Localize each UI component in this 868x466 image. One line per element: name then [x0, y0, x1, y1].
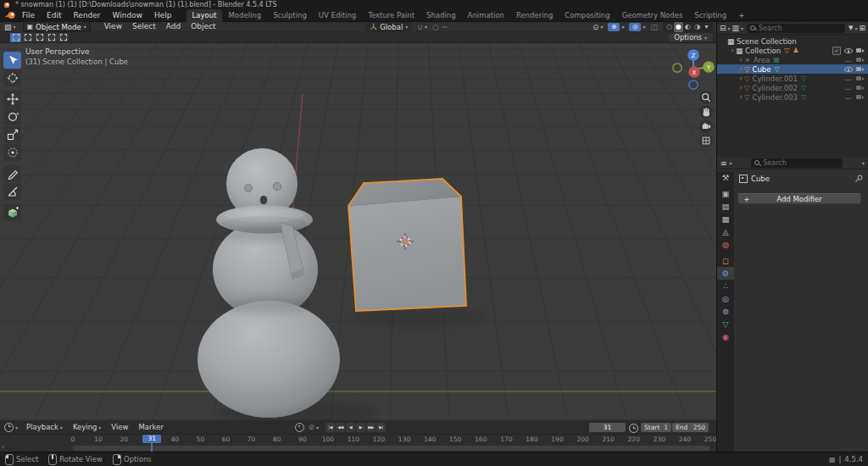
viewport-menu-object[interactable]: Object: [186, 20, 220, 33]
editor-type-icon[interactable]: ▧: [4, 23, 12, 31]
play-button[interactable]: ▶: [356, 423, 365, 432]
object-properties-tab[interactable]: ◻: [717, 254, 734, 267]
camera-icon[interactable]: [856, 65, 865, 73]
camera-icon[interactable]: [856, 56, 865, 64]
timeline-menu-view[interactable]: View: [106, 421, 133, 434]
annotate-tool-button[interactable]: [3, 165, 21, 182]
eye-closed-icon[interactable]: [844, 93, 853, 101]
previous-keyframe-button[interactable]: ◀◀: [336, 423, 345, 432]
expand-chevron-icon[interactable]: ›: [737, 65, 744, 73]
measure-tool-button[interactable]: [3, 183, 21, 200]
jump-to-start-button[interactable]: |◀: [326, 423, 335, 432]
output-properties-tab[interactable]: ▤: [717, 200, 734, 213]
workspace-tab-sculpting[interactable]: Sculpting: [267, 9, 313, 22]
expand-chevron-icon[interactable]: ›: [729, 47, 736, 54]
timeline-menu-marker[interactable]: Marker: [134, 421, 169, 434]
show-overlays-toggle[interactable]: ◎: [629, 23, 641, 31]
panel-divider[interactable]: [716, 22, 717, 452]
navigation-gizmo[interactable]: Z Y X: [671, 47, 715, 92]
pivot-point-icon[interactable]: ⊙: [593, 23, 599, 31]
world-properties-tab[interactable]: ◍: [717, 238, 734, 251]
playhead-line[interactable]: [151, 442, 153, 452]
snowman-object[interactable]: [198, 148, 340, 418]
workspace-tab-modeling[interactable]: Modeling: [222, 9, 267, 22]
workspace-tab-scripting[interactable]: Scripting: [688, 9, 732, 22]
expand-chevron-icon[interactable]: ›: [737, 75, 744, 82]
auto-keying-icon[interactable]: [295, 423, 304, 432]
select-mode-set[interactable]: [10, 33, 21, 42]
workspace-tab-rendering[interactable]: Rendering: [510, 9, 559, 22]
eye-open-icon[interactable]: [844, 47, 853, 54]
select-mode-invert[interactable]: [46, 33, 57, 42]
next-keyframe-button[interactable]: ▶▶: [366, 423, 376, 432]
scene-properties-tab[interactable]: ◬: [717, 225, 734, 238]
viewport-menu-add[interactable]: Add: [161, 20, 186, 33]
select-box-tool-button[interactable]: [3, 52, 21, 69]
show-gizmos-toggle[interactable]: ⊕: [608, 23, 620, 31]
cursor-tool-button[interactable]: [3, 69, 21, 86]
render-properties-tab[interactable]: ▣: [717, 187, 734, 200]
camera-view-button[interactable]: [699, 119, 713, 133]
timeline-editor-icon[interactable]: [4, 423, 14, 432]
workspace-tab-geometry-nodes[interactable]: Geometry Nodes: [616, 9, 689, 22]
pin-icon[interactable]: [854, 175, 863, 183]
jump-to-end-button[interactable]: ▶|: [376, 423, 386, 432]
workspace-tab-animation[interactable]: Animation: [462, 9, 510, 22]
zoom-button[interactable]: [699, 91, 713, 104]
transform-orientation-dropdown[interactable]: Global ▾: [365, 22, 412, 31]
select-mode-subtract[interactable]: [34, 33, 45, 42]
menu-file[interactable]: File: [16, 9, 41, 22]
outliner-item-scene-collection[interactable]: ▦Scene Collection: [717, 36, 868, 46]
mode-selector[interactable]: ▣ Object Mode ▾: [23, 21, 91, 32]
expand-chevron-icon[interactable]: ›: [737, 93, 744, 101]
frame-end-field[interactable]: End 250: [672, 423, 709, 432]
shading-rendered-button[interactable]: ◑: [693, 22, 702, 32]
outliner-search-input[interactable]: Search: [747, 24, 845, 33]
proportional-falloff-icon[interactable]: ~: [442, 23, 448, 31]
select-mode-intersect[interactable]: [58, 33, 69, 42]
pan-button[interactable]: [699, 105, 713, 119]
current-frame-field[interactable]: 31: [589, 423, 626, 432]
scale-tool-button[interactable]: [3, 126, 21, 143]
eye-open-icon[interactable]: [844, 65, 853, 73]
shading-solid-button[interactable]: ●: [674, 22, 683, 32]
outliner-item-cylinder-001[interactable]: ›▽Cylinder.001▽: [717, 74, 868, 83]
orthographic-toggle-button[interactable]: [699, 134, 713, 147]
object-data-properties-tab[interactable]: ▽: [717, 318, 734, 330]
eye-closed-icon[interactable]: [844, 75, 853, 82]
outliner-item-cylinder-003[interactable]: ›▽Cylinder.003▽: [717, 92, 868, 102]
camera-icon[interactable]: [856, 47, 865, 54]
workspace-tab-uv-editing[interactable]: UV Editing: [313, 9, 362, 22]
outliner-item-area[interactable]: ›☀Area▦: [717, 55, 868, 64]
gizmo-neg-y-ball[interactable]: [673, 64, 682, 72]
camera-icon[interactable]: [856, 75, 865, 82]
workspace-tab-shading[interactable]: Shading: [420, 9, 462, 22]
viewport-menu-view[interactable]: View: [99, 20, 127, 33]
xray-toggle-icon[interactable]: ◫: [651, 23, 659, 31]
filter-funnel-icon[interactable]: ▼: [849, 25, 853, 31]
view-layer-properties-tab[interactable]: ▦: [717, 213, 734, 225]
viewport-canvas[interactable]: [0, 43, 716, 420]
expand-chevron-icon[interactable]: ›: [737, 56, 744, 64]
outliner-item-cube[interactable]: ›▽Cube▽: [717, 64, 868, 74]
workspace-tab-texture-paint[interactable]: Texture Paint: [362, 9, 420, 22]
move-tool-button[interactable]: [3, 91, 21, 108]
play-reverse-button[interactable]: ◀: [346, 423, 355, 432]
properties-search-input[interactable]: Search: [751, 158, 843, 168]
add-cube-tool-button[interactable]: [3, 204, 21, 221]
eye-closed-icon[interactable]: [844, 56, 853, 64]
particles-properties-tab[interactable]: ∴: [717, 280, 734, 292]
outliner-item-cylinder-002[interactable]: ›▽Cylinder.002▽: [717, 83, 868, 92]
add-modifier-button[interactable]: + Add Modifier: [737, 193, 861, 204]
filter-display-icon[interactable]: ▥: [732, 24, 740, 32]
material-properties-tab[interactable]: ◉: [717, 330, 734, 343]
camera-icon[interactable]: [856, 93, 865, 101]
camera-icon[interactable]: [856, 84, 865, 92]
viewport-3d[interactable]: User Perspective (31) Scene Collection |…: [0, 43, 716, 420]
tool-properties-tab[interactable]: ⚒: [717, 171, 734, 184]
viewport-menu-select[interactable]: Select: [127, 20, 161, 33]
shading-wireframe-button[interactable]: ○: [665, 22, 674, 32]
workspace-tab-compositing[interactable]: Compositing: [559, 9, 615, 22]
frame-start-field[interactable]: Start 1: [641, 423, 671, 432]
checkbox-icon[interactable]: ✓: [832, 47, 841, 55]
